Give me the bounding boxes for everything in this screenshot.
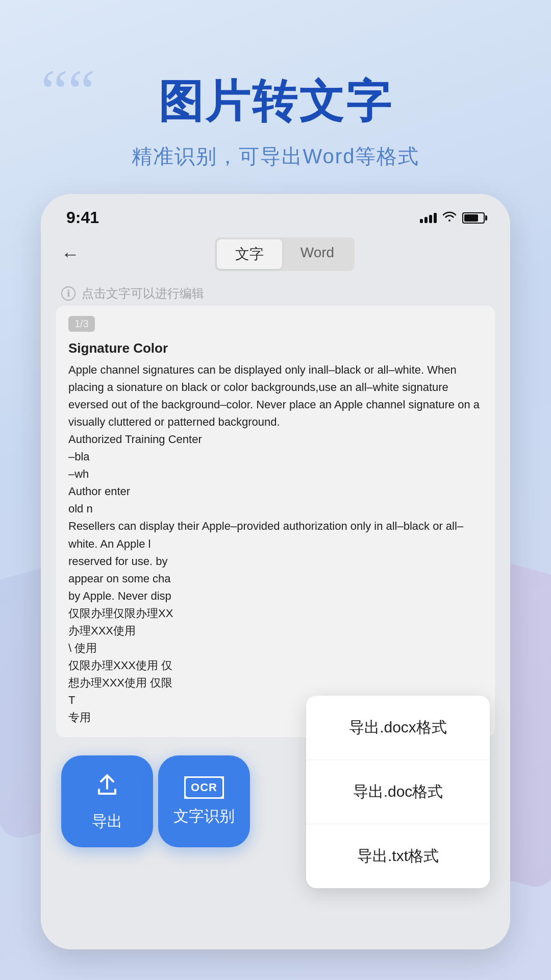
ocr-text: OCR	[191, 781, 217, 794]
ocr-button[interactable]: OCR 文字识别	[158, 755, 250, 847]
export-button[interactable]: 导出	[61, 755, 153, 847]
phone-inner: 9:41 ← 文字	[41, 194, 510, 949]
header-section: 图片转文字 精准识别，可导出Word等格式	[0, 71, 551, 170]
sub-title: 精准识别，可导出Word等格式	[0, 142, 551, 170]
export-doc-item[interactable]: 导出.doc格式	[306, 760, 490, 824]
ocr-label: 文字识别	[173, 806, 235, 827]
export-txt-item[interactable]: 导出.txt格式	[306, 824, 490, 888]
ocr-icon: OCR	[184, 776, 224, 799]
export-docx-item[interactable]: 导出.docx格式	[306, 696, 490, 760]
export-label: 导出	[92, 811, 122, 832]
phone-mockup: 9:41 ← 文字	[41, 194, 510, 949]
export-icon	[94, 771, 120, 804]
main-title: 图片转文字	[0, 71, 551, 132]
export-menu: 导出.docx格式 导出.doc格式 导出.txt格式	[306, 696, 490, 888]
